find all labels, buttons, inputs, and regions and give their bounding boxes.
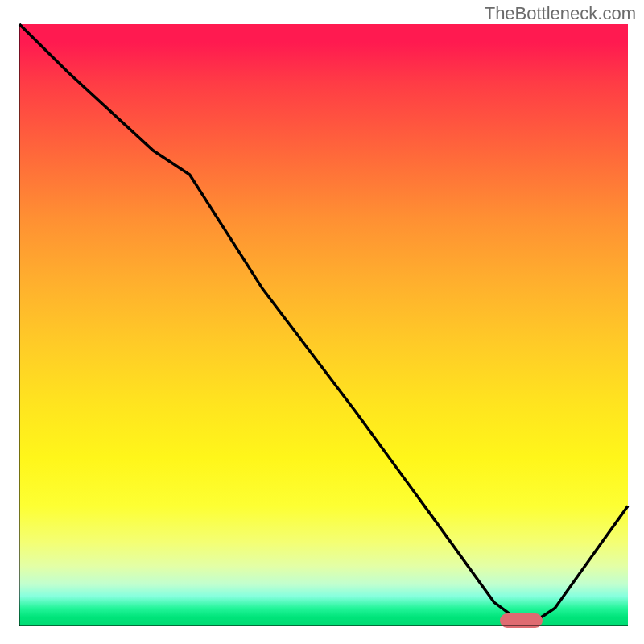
watermark-text: TheBottleneck.com xyxy=(485,3,636,24)
optimal-range-marker xyxy=(500,613,543,628)
bottleneck-curve xyxy=(19,24,628,626)
curve-path xyxy=(19,24,628,621)
chart-plot-area xyxy=(19,24,628,626)
